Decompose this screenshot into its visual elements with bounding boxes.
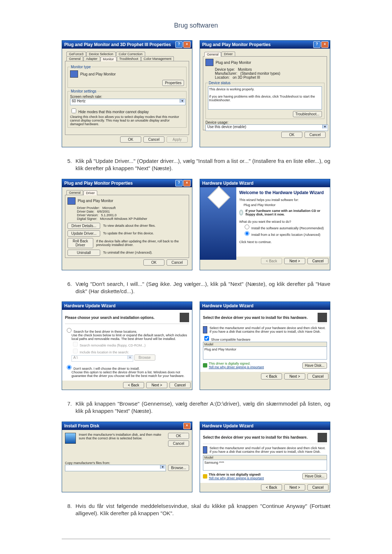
shield-icon — [203, 363, 207, 368]
close-icon[interactable]: × — [183, 423, 191, 429]
tab-device-selection[interactable]: Device Selection — [86, 52, 116, 56]
close-icon[interactable]: × — [183, 41, 191, 48]
back-button[interactable]: < Back — [261, 484, 282, 491]
dialog-titlebar[interactable]: Hardware Update Wizard — [200, 302, 330, 310]
next-button[interactable]: Next > — [146, 382, 167, 388]
pnp-monitor-driver-dialog: Plug and Play Monitor Properties ? × Gen… — [62, 179, 192, 270]
cancel-button[interactable]: Cancel — [307, 484, 328, 491]
wizard-icon — [318, 433, 327, 442]
browse-button[interactable]: Browse... — [168, 465, 189, 471]
back-button[interactable]: < Back — [123, 382, 144, 388]
tab-general[interactable]: General — [66, 56, 83, 61]
copy-from-input[interactable] — [65, 465, 166, 471]
dialog-titlebar[interactable]: Hardware Update Wizard — [200, 422, 330, 430]
tab-strip-row1[interactable]: GeForce3 Device Selection Color Correcti… — [65, 52, 189, 56]
why-signing-link[interactable]: Tell me why driver signing is important — [209, 476, 264, 480]
tab-monitor[interactable]: Monitor — [101, 57, 117, 61]
tab-geforce3[interactable]: GeForce3 — [66, 52, 86, 56]
back-button[interactable]: < Back — [261, 373, 282, 379]
cancel-button[interactable]: Cancel — [307, 373, 328, 379]
rollback-driver-button[interactable]: Roll Back Driver — [68, 238, 93, 248]
tab-troubleshoot[interactable]: Troubleshoot — [117, 56, 141, 61]
next-button[interactable]: Next > — [284, 258, 305, 264]
tab-general[interactable]: General — [66, 190, 83, 195]
dialog-titlebar[interactable]: Hardware Update Wizard — [200, 179, 330, 187]
model-list-item[interactable]: Plug and Play Monitor — [203, 347, 327, 359]
cancel-button[interactable]: Cancel — [143, 136, 164, 143]
properties-button[interactable]: Properties — [162, 80, 184, 86]
cancel-button[interactable]: Cancel — [307, 258, 328, 264]
dialog-titlebar[interactable]: Install From Disk × — [62, 422, 192, 430]
driver-details-button[interactable]: Driver Details... — [68, 223, 100, 229]
tab-general[interactable]: General — [204, 52, 221, 57]
cancel-button[interactable]: Cancel — [168, 440, 189, 447]
close-icon[interactable]: × — [321, 41, 328, 48]
cancel-button[interactable]: Cancel — [170, 382, 191, 388]
device-status-group: Device status This device is working pro… — [205, 81, 324, 119]
ok-button[interactable]: OK — [120, 136, 141, 143]
rollback-driver-desc: If the device fails after updating the d… — [96, 239, 187, 247]
monitor-icon — [203, 446, 207, 454]
troubleshoot-button[interactable]: Troubleshoot... — [293, 111, 322, 117]
update-driver-button[interactable]: Update Driver... — [68, 230, 100, 237]
dialog-titlebar[interactable]: Plug and Play Monitor Properties ? × — [62, 179, 192, 187]
help-icon[interactable]: ? — [175, 180, 183, 186]
show-compatible-label: Show compatible hardware — [211, 338, 251, 341]
dialog-titlebar[interactable]: Hardware Update Wizard — [62, 302, 192, 310]
hide-modes-checkbox[interactable] — [72, 108, 76, 113]
monitor-type-group: Monitor type Plug and Play Monitor Prope… — [68, 65, 187, 88]
install-list-radio[interactable] — [245, 231, 249, 236]
ok-button[interactable]: OK — [168, 433, 189, 439]
include-location-label: Include this location in the search: — [80, 350, 129, 354]
step-6: 6. Vælg "Don't search, I will..." (Søg i… — [62, 280, 330, 295]
install-auto-radio[interactable] — [245, 225, 249, 229]
step-text: Vælg "Don't search, I will..." (Søg ikke… — [75, 280, 330, 295]
dialog-title: Plug and Play Monitor Properties — [202, 42, 313, 47]
cancel-button[interactable]: Cancel — [167, 259, 188, 266]
driver-provider-value: Microsoft — [102, 206, 116, 210]
disk-icon — [65, 433, 76, 444]
step-5: 5. Klik på "Update Driver..." (Opdater d… — [62, 157, 330, 172]
wizard-heading: Select the device driver you want to ins… — [203, 316, 318, 320]
dialog-title: Hardware Update Wizard — [202, 303, 328, 308]
ok-button[interactable]: OK — [281, 132, 302, 138]
wizard-intro: This wizard helps you install software f… — [239, 198, 327, 202]
dialog-titlebar[interactable]: Plug and Play Monitor Properties ? × — [200, 41, 330, 49]
monitor-adapter-properties-dialog: Plug and Play Monitor and 3D Prophet III… — [62, 40, 192, 147]
why-signing-link[interactable]: Tell me why driver signing is important — [209, 365, 264, 369]
cancel-button[interactable]: Cancel — [305, 132, 326, 138]
driver-date-value: 6/6/2001 — [97, 210, 110, 213]
tab-driver[interactable]: Driver — [83, 190, 97, 195]
wizard-question: What do you want the wizard to do? — [239, 220, 327, 223]
tab-strip-row2[interactable]: General Adapter Monitor Troubleshoot Col… — [65, 56, 189, 61]
uninstall-button[interactable]: Uninstall — [68, 250, 100, 256]
search-removable-checkbox — [73, 342, 78, 346]
next-button[interactable]: Next > — [284, 484, 305, 491]
search-locations-radio[interactable] — [67, 328, 72, 333]
dont-search-radio[interactable] — [67, 365, 72, 370]
tab-color-correction[interactable]: Color Correction — [116, 52, 145, 56]
browse-button: Browse — [134, 354, 155, 361]
search-desc: Use the check boxes below to limit or ex… — [72, 333, 189, 341]
dialog-titlebar[interactable]: Plug and Play Monitor and 3D Prophet III… — [62, 41, 192, 49]
tab-strip[interactable]: General Driver — [203, 52, 327, 56]
model-column-header: Model — [203, 342, 327, 347]
help-icon[interactable]: ? — [313, 41, 320, 48]
tab-adapter[interactable]: Adapter — [83, 56, 100, 61]
tab-driver[interactable]: Driver — [221, 52, 235, 56]
tab-color-management[interactable]: Color Management — [141, 56, 174, 61]
model-list-item[interactable]: Samsung **** — [203, 460, 327, 470]
refresh-rate-select[interactable]: 60 Hertz — [70, 99, 185, 105]
have-disk-button[interactable]: Have Disk... — [302, 473, 327, 479]
help-icon[interactable]: ? — [175, 41, 183, 48]
dialog-title: Plug and Play Monitor and 3D Prophet III… — [64, 42, 175, 47]
include-location-checkbox — [73, 349, 78, 353]
next-button[interactable]: Next > — [284, 373, 305, 379]
ok-button[interactable]: OK — [143, 259, 164, 266]
close-icon[interactable]: × — [183, 180, 191, 186]
have-disk-button[interactable]: Have Disk... — [302, 362, 327, 369]
tab-strip[interactable]: General Driver — [65, 190, 189, 195]
device-usage-select[interactable]: Use this device (enable) — [205, 124, 328, 131]
show-compatible-checkbox[interactable] — [204, 336, 209, 341]
install-desc: Insert the manufacturer's installation d… — [79, 433, 165, 447]
